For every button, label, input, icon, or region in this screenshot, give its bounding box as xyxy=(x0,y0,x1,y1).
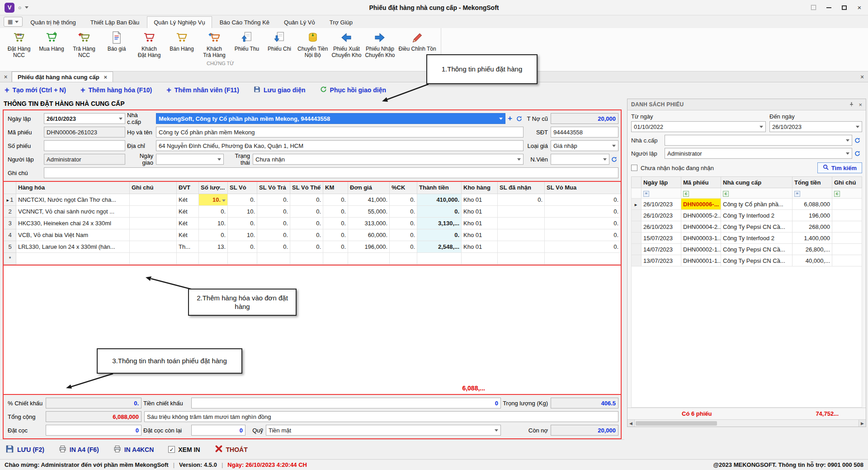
column-header[interactable]: SL đã nhận xyxy=(498,182,545,194)
cell[interactable]: 0. xyxy=(323,194,348,205)
tab-tro-giup[interactable]: Trợ Giúp xyxy=(323,16,359,28)
cell[interactable]: 0. xyxy=(498,194,545,205)
ribbon-button-tra-hang-ncc[interactable]: Trả Hàng NCC xyxy=(68,29,100,60)
column-header[interactable]: SL Vỏ Mua xyxy=(545,182,621,194)
cell[interactable]: 0. xyxy=(199,205,228,217)
quick-access-caret-icon[interactable] xyxy=(25,6,28,9)
quick-access-icon[interactable]: ○ xyxy=(18,5,21,11)
column-header[interactable]: Thành tiền xyxy=(417,182,462,194)
cell[interactable]: 0. xyxy=(323,217,348,229)
panel-close-icon[interactable]: × xyxy=(859,101,862,108)
column-header[interactable]: %CK xyxy=(390,182,417,194)
cell[interactable] xyxy=(498,252,545,264)
ngay-lap-combo[interactable]: 26/10/2023 xyxy=(44,113,125,124)
cell[interactable]: DHN00003-1... xyxy=(681,233,721,244)
ma-phieu-field[interactable]: DHN00006-261023 xyxy=(44,127,125,138)
column-header[interactable]: SL Vỏ Trả xyxy=(257,182,290,194)
cell[interactable] xyxy=(257,252,290,264)
cell[interactable]: 0. xyxy=(290,194,323,205)
cell[interactable] xyxy=(545,252,621,264)
order-row[interactable]: 26/10/2023 DHN00005-2... Công Ty Interfo… xyxy=(632,210,862,221)
cell[interactable]: Kho 01 xyxy=(462,194,498,205)
ribbon-button-dat-hang-ncc[interactable]: Đặt Hàng NCC xyxy=(3,29,35,60)
cell[interactable]: 15/07/2023 xyxy=(642,233,681,244)
item-row[interactable]: 5 LRL330, Larue lon 24 x 330ml (hàn... T… xyxy=(4,241,621,252)
tab-quan-ly-nghiep-vu[interactable]: Quản Lý Nghiệp Vụ xyxy=(147,16,212,28)
cell[interactable]: 0. xyxy=(323,229,348,241)
filter-cell[interactable]: = xyxy=(642,188,681,199)
exit-button[interactable]: THOÁT xyxy=(215,445,248,454)
cell[interactable]: 0. xyxy=(290,217,323,229)
pct-ck-field[interactable]: 0. xyxy=(46,398,142,408)
cell[interactable]: 0. xyxy=(228,217,257,229)
column-header[interactable]: Số lượ... xyxy=(199,182,228,194)
cell[interactable]: 0. xyxy=(545,217,621,229)
column-header[interactable]: ĐVT xyxy=(177,182,199,194)
cell[interactable]: 0. xyxy=(545,241,621,252)
cell[interactable]: Két xyxy=(177,205,199,217)
cell[interactable]: LRL330, Larue lon 24 x 330ml (hàn... xyxy=(16,241,130,252)
cell[interactable]: 0. xyxy=(390,241,417,252)
cell[interactable]: 0. xyxy=(545,205,621,217)
cell[interactable]: Công Ty Pepsi CN Cầ... xyxy=(721,244,793,255)
cell[interactable]: 60,000. xyxy=(348,229,390,241)
cell[interactable]: 268,000 xyxy=(793,221,832,233)
cell[interactable] xyxy=(832,221,862,233)
cell[interactable]: VCNNCT, Vỏ chai sành nước ngọt ... xyxy=(16,205,130,217)
item-row[interactable]: 4 VCB, Vỏ chai bia Việt Nam Két 0. 10. 0… xyxy=(4,229,621,241)
close-icon[interactable]: × xyxy=(855,4,863,12)
cell[interactable]: 0. xyxy=(323,241,348,252)
tabbar-close-icon[interactable]: × xyxy=(856,71,868,82)
cell-total[interactable]: 3,130,... xyxy=(417,217,462,229)
cell[interactable]: 0. xyxy=(545,229,621,241)
panel-nha-cc-combo[interactable] xyxy=(665,135,852,146)
minimize-icon[interactable] xyxy=(825,4,833,12)
cell[interactable] xyxy=(228,252,257,264)
cell[interactable] xyxy=(498,217,545,229)
pin-icon[interactable] xyxy=(849,101,854,108)
cell[interactable]: Công Ty Pepsi CN Cầ... xyxy=(721,221,793,233)
cell[interactable]: Công Ty Pepsi CN Cầ... xyxy=(721,255,793,266)
cell[interactable]: 1,400,000 xyxy=(793,233,832,244)
cell[interactable]: 313,000. xyxy=(348,217,390,229)
cell[interactable]: 26/10/2023 xyxy=(642,210,681,221)
cell[interactable] xyxy=(462,252,498,264)
cell[interactable]: 0. xyxy=(390,194,417,205)
ho-ten-field[interactable]: Công ty Cổ phần phần mềm Mekong xyxy=(156,127,524,138)
filter-cell[interactable]: = xyxy=(793,188,832,199)
ribbon-button-mua-hang[interactable]: Mua Hàng xyxy=(35,29,68,53)
fullscreen-icon[interactable] xyxy=(809,4,817,12)
column-header[interactable]: Hàng hóa xyxy=(16,182,130,194)
scroll-right-icon[interactable]: ▶ xyxy=(859,420,866,427)
loai-gia-combo[interactable]: Giá nhập xyxy=(551,140,618,151)
cell[interactable] xyxy=(832,210,862,221)
cell[interactable] xyxy=(130,194,177,205)
tab-quan-tri-he-thong[interactable]: Quản trị hệ thống xyxy=(24,16,82,28)
cell[interactable] xyxy=(199,252,228,264)
column-header[interactable]: Ghi chú xyxy=(832,177,862,188)
panel-horizontal-scrollbar[interactable]: ◀ ▶ xyxy=(627,419,866,427)
item-row[interactable]: ▸1 NNCTCXI, Nước ngọt Cần Thơ cha... Két… xyxy=(4,194,621,205)
dat-coc-con-lai-field[interactable]: 0 xyxy=(191,425,245,436)
ribbon-button-khach-tra-hang[interactable]: Khách Trả Hàng xyxy=(198,29,231,60)
cell[interactable]: Két xyxy=(177,217,199,229)
cell[interactable]: 41,000. xyxy=(348,194,390,205)
cell[interactable]: Th... xyxy=(177,241,199,252)
cell[interactable]: Kho 01 xyxy=(462,229,498,241)
trang-thai-combo[interactable]: Chưa nhận xyxy=(253,154,524,165)
so-phieu-field[interactable] xyxy=(44,140,125,151)
order-row[interactable]: 15/07/2023 DHN00003-1... Công Ty Interfo… xyxy=(632,233,862,244)
cell[interactable]: Công Ty Interfood 2 xyxy=(721,233,793,244)
cell[interactable]: 14/07/2023 xyxy=(642,244,681,255)
column-header[interactable]: Đơn giá xyxy=(348,182,390,194)
status-filter-checkbox[interactable] xyxy=(631,165,637,171)
cell[interactable]: 0. xyxy=(257,194,290,205)
xem-in-checkbox[interactable]: ✓XEM IN xyxy=(168,446,200,453)
ribbon-button-phieu-thu[interactable]: Phiếu Thu xyxy=(231,29,263,53)
column-header[interactable]: Ghi chú xyxy=(130,182,177,194)
nvien-combo[interactable] xyxy=(551,154,609,165)
panel-nguoi-lap-combo[interactable]: Administrator xyxy=(665,148,852,159)
cell-code-highlight[interactable]: DHN00006-... xyxy=(681,199,721,210)
cell[interactable]: 6,088,000 xyxy=(793,199,832,210)
cell[interactable] xyxy=(130,241,177,252)
